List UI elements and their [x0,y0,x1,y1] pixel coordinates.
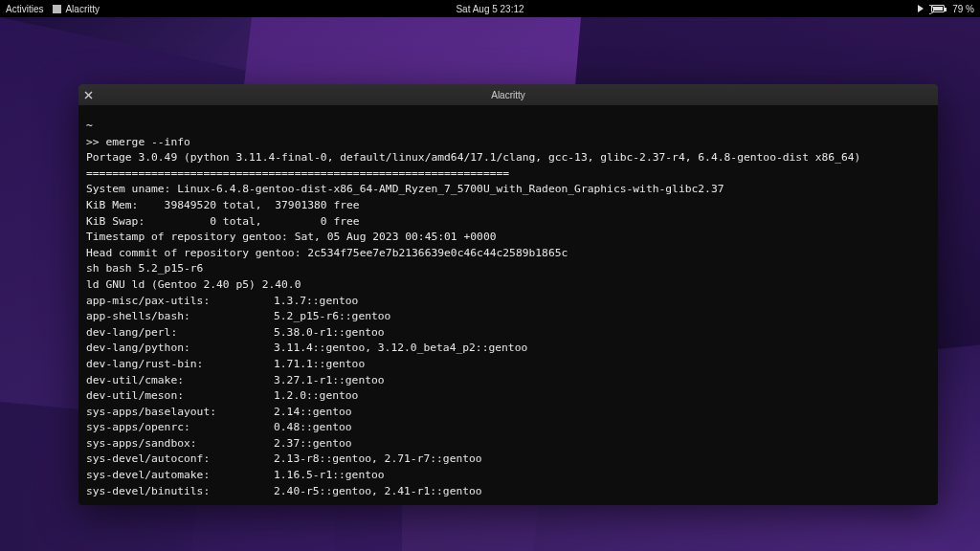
terminal-line: sh bash 5.2_p15-r6 [86,262,203,275]
status-area[interactable]: 79 % [918,4,974,14]
terminal-line: KiB Mem: 39849520 total, 37901380 free [86,199,360,211]
package-version: 2.14::gentoo [274,406,352,418]
package-version: 1.71.1::gentoo [274,358,365,370]
terminal-line: ========================================… [86,167,509,180]
terminal-line: System uname: Linux-6.4.8-gentoo-dist-x8… [86,183,724,195]
alacritty-window: Alacritty ~ >> emerge --info Portage 3.0… [78,84,938,505]
package-name: sys-apps/baselayout: [86,405,274,421]
package-name: dev-util/meson: [86,388,274,405]
battery-percent: 79 % [952,4,974,14]
package-version: 2.37::gentoo [274,437,352,450]
alacritty-icon [53,5,61,13]
package-version: 2.40-r5::gentoo, 2.41-r1::gentoo [274,485,482,497]
terminal-line: Portage 3.0.49 (python 3.11.4-final-0, d… [86,151,860,164]
package-name: dev-lang/python: [86,341,274,357]
terminal-line: KiB Swap: 0 total, 0 free [86,215,360,228]
window-title: Alacritty [491,90,525,100]
terminal-command: emerge --info [105,136,189,148]
package-version: 1.16.5-r1::gentoo [274,469,385,481]
package-name: sys-apps/sandbox: [86,436,274,452]
package-name: sys-devel/autoconf: [86,452,274,468]
terminal-line: ~ [86,120,93,132]
package-version: 2.13-r8::gentoo, 2.71-r7::gentoo [274,452,482,465]
package-name: app-shells/bash: [86,309,274,325]
package-version: 3.27.1-r1::gentoo [274,374,385,386]
app-indicator-label: Alacritty [65,4,100,14]
terminal-line: ld GNU ld (Gentoo 2.40 p5) 2.40.0 [86,278,301,291]
package-version: 5.38.0-r1::gentoo [274,326,385,339]
window-titlebar[interactable]: Alacritty [78,84,938,105]
package-version: 1.3.7::gentoo [274,295,358,307]
activities-button[interactable]: Activities [6,4,43,14]
package-name: dev-lang/rust-bin: [86,357,274,373]
terminal-line: Timestamp of repository gentoo: Sat, 05 … [86,231,496,243]
gnome-topbar: Activities Alacritty Sat Aug 5 23:12 79 … [0,0,980,17]
terminal-body[interactable]: ~ >> emerge --info Portage 3.0.49 (pytho… [78,105,938,505]
package-name: sys-apps/openrc: [86,420,274,436]
battery-icon [931,5,945,12]
terminal-line: Head commit of repository gentoo: 2c534f… [86,247,568,259]
close-icon [84,91,93,99]
close-button[interactable] [78,84,98,105]
terminal-prompt: >> [86,136,105,148]
package-name: app-misc/pax-utils: [86,294,274,310]
clock[interactable]: Sat Aug 5 23:12 [456,4,523,14]
package-name: dev-util/cmake: [86,373,274,389]
volume-icon [918,5,924,12]
package-name: dev-lang/perl: [86,325,274,342]
package-version: 1.2.0::gentoo [274,389,358,402]
app-indicator[interactable]: Alacritty [53,4,100,14]
package-version: 0.48::gentoo [274,421,352,433]
package-version: 3.11.4::gentoo, 3.12.0_beta4_p2::gentoo [274,342,527,354]
package-version: 5.2_p15-r6::gentoo [274,310,390,322]
package-name: sys-devel/binutils: [86,484,274,500]
package-name: sys-devel/automake: [86,468,274,484]
